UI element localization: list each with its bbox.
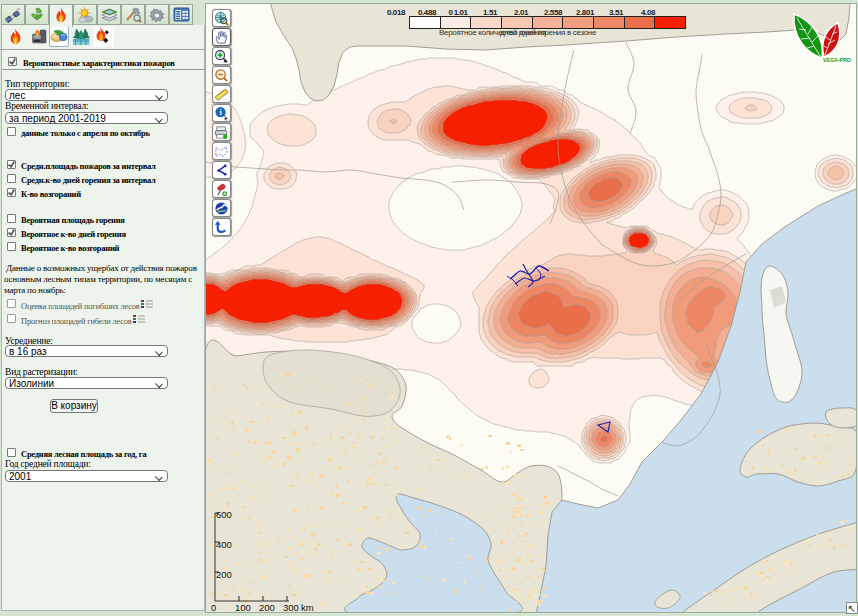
svg-text:VEGA-PRO: VEGA-PRO (823, 57, 851, 63)
